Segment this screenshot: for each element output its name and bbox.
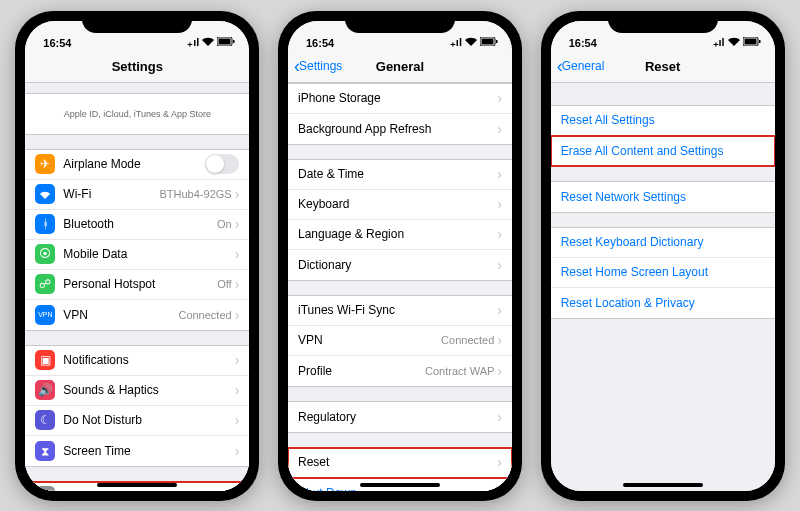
sounds-icon: 🔊 (35, 380, 55, 400)
back-label: Settings (299, 59, 342, 73)
bluetooth-row[interactable]: ᚼ Bluetooth On › (25, 210, 249, 240)
chevron-right-icon: › (497, 257, 502, 273)
sounds-row[interactable]: 🔊 Sounds & Haptics › (25, 376, 249, 406)
dnd-label: Do Not Disturb (63, 413, 234, 427)
signal-icon: ₊ıl (713, 36, 725, 49)
wifi-label: Wi-Fi (63, 187, 159, 201)
vpn-label: VPN (298, 333, 441, 347)
vpn-value: Connected (441, 334, 494, 346)
general-list[interactable]: iPhone Storage › Background App Refresh … (288, 83, 512, 491)
phone-frame-2: 16:54 ₊ıl ‹ Settings General iPhone Stor… (278, 11, 522, 501)
lang-label: Language & Region (298, 227, 497, 241)
notch (345, 11, 455, 33)
status-time: 16:54 (306, 37, 334, 49)
regulatory-row[interactable]: Regulatory › (288, 402, 512, 432)
hotspot-row[interactable]: ☍ Personal Hotspot Off › (25, 270, 249, 300)
chevron-right-icon: › (497, 166, 502, 182)
screentime-label: Screen Time (63, 444, 234, 458)
reset-network-label: Reset Network Settings (561, 190, 765, 204)
reset-network-row[interactable]: Reset Network Settings (551, 182, 775, 212)
vpn-row[interactable]: VPN Connected › (288, 326, 512, 356)
reset-keyboard-row[interactable]: Reset Keyboard Dictionary (551, 228, 775, 258)
home-indicator[interactable] (623, 483, 703, 487)
chevron-right-icon: › (497, 454, 502, 470)
chevron-right-icon: › (235, 443, 240, 459)
erase-all-row[interactable]: Erase All Content and Settings (551, 136, 775, 166)
mobile-data-row[interactable]: ⦿ Mobile Data › (25, 240, 249, 270)
notifications-row[interactable]: ▣ Notifications › (25, 346, 249, 376)
chevron-right-icon: › (497, 302, 502, 318)
battery-icon (480, 36, 498, 48)
chevron-right-icon: › (235, 352, 240, 368)
airplane-toggle[interactable] (205, 154, 239, 174)
dictionary-row[interactable]: Dictionary › (288, 250, 512, 280)
reset-label: Reset (298, 455, 497, 469)
settings-list[interactable]: Apple ID, iCloud, iTunes & App Store ✈ A… (25, 83, 249, 491)
chevron-right-icon: › (235, 382, 240, 398)
svg-rect-4 (481, 39, 493, 45)
date-label: Date & Time (298, 167, 497, 181)
battery-icon (217, 36, 235, 48)
wifi-icon (35, 184, 55, 204)
chevron-right-icon: › (235, 276, 240, 292)
sounds-label: Sounds & Haptics (63, 383, 234, 397)
hotspot-label: Personal Hotspot (63, 277, 217, 291)
reset-location-label: Reset Location & Privacy (561, 296, 765, 310)
home-indicator[interactable] (360, 483, 440, 487)
itunes-label: iTunes Wi-Fi Sync (298, 303, 497, 317)
reset-all-label: Reset All Settings (561, 113, 765, 127)
bg-refresh-row[interactable]: Background App Refresh › (288, 114, 512, 144)
back-button[interactable]: ‹ Settings (294, 57, 342, 75)
iphone-storage-row[interactable]: iPhone Storage › (288, 84, 512, 114)
reset-all-settings-row[interactable]: Reset All Settings (551, 106, 775, 136)
dnd-row[interactable]: ☾ Do Not Disturb › (25, 406, 249, 436)
hotspot-icon: ☍ (35, 274, 55, 294)
reset-home-row[interactable]: Reset Home Screen Layout (551, 258, 775, 288)
reset-row[interactable]: Reset › (288, 448, 512, 478)
notch (82, 11, 192, 33)
reset-list[interactable]: Reset All Settings Erase All Content and… (551, 83, 775, 491)
bluetooth-value: On (217, 218, 232, 230)
vpn-icon: VPN (35, 305, 55, 325)
notifications-label: Notifications (63, 353, 234, 367)
home-indicator[interactable] (97, 483, 177, 487)
screen-1: 16:54 ₊ıl Settings Apple ID, iCloud, iTu… (25, 21, 249, 491)
keyboard-row[interactable]: Keyboard › (288, 190, 512, 220)
itunes-sync-row[interactable]: iTunes Wi-Fi Sync › (288, 296, 512, 326)
nav-bar: Settings (25, 51, 249, 83)
screen-3: 16:54 ₊ıl ‹ General Reset Reset All Sett… (551, 21, 775, 491)
status-time: 16:54 (569, 37, 597, 49)
profile-row[interactable]: Profile Contract WAP › (288, 356, 512, 386)
chevron-right-icon: › (497, 226, 502, 242)
date-time-row[interactable]: Date & Time › (288, 160, 512, 190)
vpn-row[interactable]: VPN VPN Connected › (25, 300, 249, 330)
reset-location-row[interactable]: Reset Location & Privacy (551, 288, 775, 318)
chevron-right-icon: › (235, 246, 240, 262)
screen-2: 16:54 ₊ıl ‹ Settings General iPhone Stor… (288, 21, 512, 491)
reset-keyboard-label: Reset Keyboard Dictionary (561, 235, 765, 249)
back-label: General (562, 59, 605, 73)
bgrefresh-label: Background App Refresh (298, 122, 497, 136)
dict-label: Dictionary (298, 258, 497, 272)
svg-rect-5 (496, 40, 498, 43)
apple-id-row[interactable]: Apple ID, iCloud, iTunes & App Store (25, 94, 249, 134)
wifi-row[interactable]: Wi-Fi BTHub4-92GS › (25, 180, 249, 210)
screentime-row[interactable]: ⧗ Screen Time › (25, 436, 249, 466)
hourglass-icon: ⧗ (35, 441, 55, 461)
vpn-value: Connected (178, 309, 231, 321)
back-button[interactable]: ‹ General (557, 57, 605, 75)
apple-id-label: Apple ID, iCloud, iTunes & App Store (64, 109, 211, 119)
svg-rect-1 (219, 39, 231, 45)
page-title: General (376, 59, 424, 74)
airplane-mode-row[interactable]: ✈ Airplane Mode (25, 150, 249, 180)
profile-label: Profile (298, 364, 425, 378)
airplane-label: Airplane Mode (63, 157, 205, 171)
storage-label: iPhone Storage (298, 91, 497, 105)
chevron-right-icon: › (235, 186, 240, 202)
page-title: Settings (112, 59, 163, 74)
chevron-right-icon: › (497, 363, 502, 379)
mobile-label: Mobile Data (63, 247, 234, 261)
moon-icon: ☾ (35, 410, 55, 430)
language-region-row[interactable]: Language & Region › (288, 220, 512, 250)
chevron-right-icon: › (497, 121, 502, 137)
